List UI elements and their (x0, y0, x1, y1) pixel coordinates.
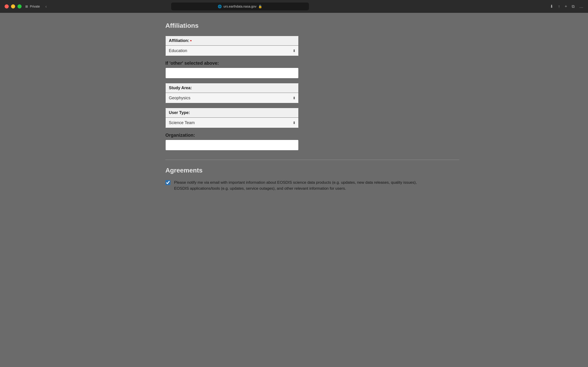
organization-section: Organization: (165, 133, 459, 150)
study-area-header: Study Area: (166, 83, 298, 93)
study-area-box: Study Area: Geophysics Atmospheric Scien… (165, 83, 299, 103)
affiliation-select[interactable]: Education Government Industry Non-Profit… (166, 46, 298, 56)
browser-chrome: ⊞ Private ‹ 🌐 urs.earthdata.nasa.gov 🔒 ⬇… (0, 0, 588, 13)
secure-icon: 🔒 (258, 5, 262, 8)
share-icon[interactable]: ↑ (558, 4, 560, 9)
organization-label: Organization: (165, 133, 459, 138)
agreements-title: Agreements (165, 167, 459, 174)
section-divider (165, 160, 459, 160)
user-type-select-wrapper: Science Team Researcher Student Educator… (166, 118, 298, 128)
agreement-checkbox[interactable] (165, 180, 170, 185)
user-type-label: User Type: (169, 110, 190, 115)
other-section: If 'other' selected above: (165, 60, 459, 78)
close-button[interactable] (5, 4, 9, 8)
agreements-section: Agreements Please notify me via email wi… (165, 167, 459, 191)
user-type-box: User Type: Science Team Researcher Stude… (165, 108, 299, 128)
affiliation-section: Affiliation: • Education Government Indu… (165, 36, 459, 56)
new-tab-icon[interactable]: + (565, 4, 567, 9)
affiliation-header: Affiliation: • (166, 36, 298, 46)
tab-label: Private (30, 5, 40, 8)
other-input[interactable] (165, 68, 299, 78)
user-type-header: User Type: (166, 108, 298, 118)
user-type-section: User Type: Science Team Researcher Stude… (165, 108, 459, 128)
study-area-section: Study Area: Geophysics Atmospheric Scien… (165, 83, 459, 103)
study-area-label: Study Area: (169, 85, 192, 90)
affiliation-select-wrapper: Education Government Industry Non-Profit… (166, 46, 298, 56)
study-area-select[interactable]: Geophysics Atmospheric Science Oceanogra… (166, 93, 298, 103)
tab-icon: ⊞ (25, 5, 28, 8)
other-label: If 'other' selected above: (165, 60, 459, 66)
more-button[interactable]: … (579, 4, 583, 9)
agreement-item: Please notify me via email with importan… (165, 180, 418, 191)
required-indicator: • (190, 38, 191, 43)
form-container: Affiliations Affiliation: • Education Go… (165, 22, 459, 358)
minimize-button[interactable] (11, 4, 15, 8)
study-area-select-wrapper: Geophysics Atmospheric Science Oceanogra… (166, 93, 298, 103)
affiliation-box: Affiliation: • Education Government Indu… (165, 36, 299, 56)
page-content: Affiliations Affiliation: • Education Go… (0, 13, 588, 367)
traffic-lights (5, 4, 22, 8)
agreement-text: Please notify me via email with importan… (174, 180, 418, 191)
back-button[interactable]: ‹ (44, 3, 49, 10)
affiliation-label: Affiliation: (169, 38, 189, 43)
browser-actions: ⬇ ↑ + ⧉ … (550, 4, 583, 9)
tabs-icon[interactable]: ⧉ (572, 4, 575, 9)
lock-icon: 🌐 (218, 5, 222, 8)
affiliations-title: Affiliations (165, 22, 459, 29)
url-text: urs.earthdata.nasa.gov (224, 5, 256, 8)
user-type-select[interactable]: Science Team Researcher Student Educator… (166, 118, 298, 128)
download-icon[interactable]: ⬇ (550, 4, 553, 9)
browser-tab: ⊞ Private (25, 5, 40, 8)
organization-input[interactable] (165, 140, 299, 150)
maximize-button[interactable] (17, 4, 22, 8)
address-bar[interactable]: 🌐 urs.earthdata.nasa.gov 🔒 (171, 2, 309, 10)
